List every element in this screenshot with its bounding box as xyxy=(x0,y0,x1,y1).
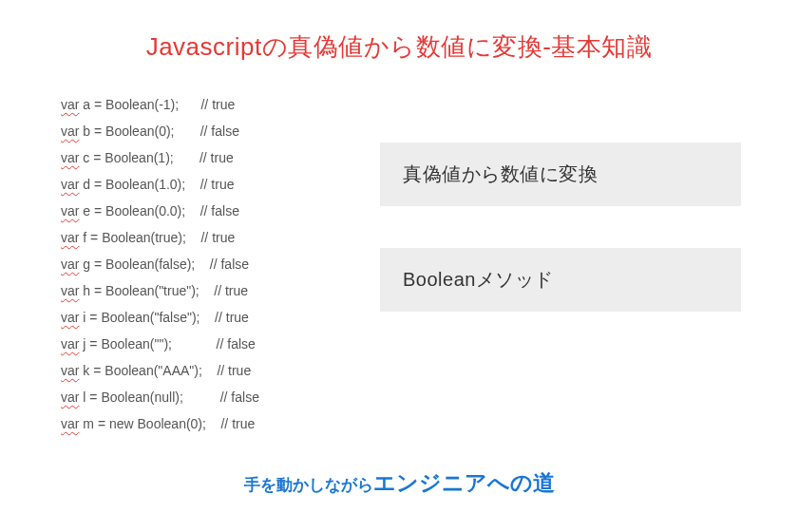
code-line: var f = Boolean(true); // true xyxy=(61,224,259,251)
var-keyword: var xyxy=(61,230,79,245)
code-line: var l = Boolean(null); // false xyxy=(61,384,259,410)
code-rest: b = Boolean(0); // false xyxy=(79,124,238,139)
side-box-boolean-method: Booleanメソッド xyxy=(380,248,741,312)
var-keyword: var xyxy=(61,124,79,139)
code-rest: g = Boolean(false); // false xyxy=(79,256,249,272)
side-boxes: 真偽値から数値に変換 Booleanメソッド xyxy=(380,142,741,353)
code-line: var h = Boolean("true"); // true xyxy=(61,277,259,304)
var-keyword: var xyxy=(61,416,79,431)
code-rest: m = new Boolean(0); // true xyxy=(79,416,255,431)
code-line: var k = Boolean("AAA"); // true xyxy=(61,357,259,384)
code-line: var m = new Boolean(0); // true xyxy=(61,410,259,437)
code-rest: l = Boolean(null); // false xyxy=(79,390,258,405)
code-rest: d = Boolean(1.0); // true xyxy=(79,177,234,192)
side-box-conversion: 真偽値から数値に変換 xyxy=(380,142,741,206)
var-keyword: var xyxy=(61,336,79,352)
code-line: var a = Boolean(-1); // true xyxy=(61,91,259,118)
var-keyword: var xyxy=(61,177,79,192)
var-keyword: var xyxy=(61,150,79,165)
footer-big: エンジニアへの道 xyxy=(373,470,555,495)
code-rest: c = Boolean(1); // true xyxy=(79,150,233,165)
var-keyword: var xyxy=(61,363,79,378)
code-line: var j = Boolean(""); // false xyxy=(61,331,259,357)
code-line: var c = Boolean(1); // true xyxy=(61,144,259,171)
var-keyword: var xyxy=(61,310,79,325)
var-keyword: var xyxy=(61,283,79,298)
var-keyword: var xyxy=(61,256,79,272)
code-block: var a = Boolean(-1); // true var b = Boo… xyxy=(61,91,259,437)
code-line: var e = Boolean(0.0); // false xyxy=(61,198,259,224)
code-line: var i = Boolean("false"); // true xyxy=(61,304,259,331)
code-rest: e = Boolean(0.0); // false xyxy=(79,203,239,218)
var-keyword: var xyxy=(61,390,79,405)
code-rest: a = Boolean(-1); // true xyxy=(79,97,235,112)
code-line: var d = Boolean(1.0); // true xyxy=(61,171,259,198)
code-line: var b = Boolean(0); // false xyxy=(61,118,259,144)
var-keyword: var xyxy=(61,97,79,112)
code-rest: f = Boolean(true); // true xyxy=(79,230,235,245)
code-rest: j = Boolean(""); // false xyxy=(79,336,255,352)
code-rest: h = Boolean("true"); // true xyxy=(79,283,248,298)
var-keyword: var xyxy=(61,203,79,218)
code-line: var g = Boolean(false); // false xyxy=(61,251,259,277)
footer-text: 手を動かしながらエンジニアへの道 xyxy=(0,468,798,498)
code-rest: i = Boolean("false"); // true xyxy=(79,310,248,325)
page-title: Javascriptの真偽値から数値に変換-基本知識 xyxy=(0,0,798,64)
footer-small: 手を動かしながら xyxy=(244,476,373,494)
code-rest: k = Boolean("AAA"); // true xyxy=(79,363,251,378)
